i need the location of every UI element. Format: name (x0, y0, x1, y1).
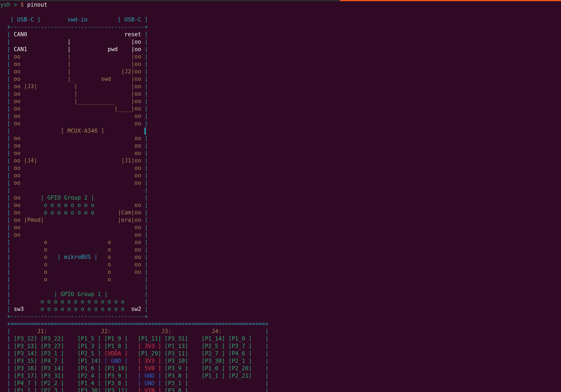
terminal-line: | oo oo | (0, 172, 269, 179)
terminal-line: | oo oo | (0, 142, 269, 149)
terminal-line: | oo oo | (0, 231, 269, 239)
terminal-output[interactable]: ysh > $ pinout [ USB-C ] swd-io [ USB-C … (0, 1, 269, 392)
terminal-line: | o o oo | (0, 239, 269, 246)
terminal-line: | oo |____|oo | (0, 105, 269, 112)
terminal-line: | oo |J3| | |oo | (0, 83, 269, 90)
terminal-line: | [P3_13] [P3_27] [P1_3 ] [P1_8 ] [ 3V3 … (0, 342, 269, 350)
terminal-line: | oo oo | (0, 164, 269, 172)
terminal-line: | CAN0 reset | (0, 31, 269, 38)
notification-accent-bar (340, 0, 561, 1)
terminal-line: | | |oo | (0, 38, 269, 45)
terminal-line: | o o o o o o o o o o o o o | (0, 298, 269, 305)
terminal-line: +---------------------------------------… (0, 23, 269, 31)
terminal-line: | J1: J2: J3: J4: | (0, 328, 269, 335)
terminal-line: ysh > $ pinout (0, 1, 269, 9)
terminal-line: | | GPIO Group 1 | | (0, 290, 269, 298)
terminal-line (0, 9, 269, 16)
terminal-line: | | (0, 283, 269, 290)
terminal-line: | oo oo | (0, 149, 269, 157)
terminal-line: | o o oo | (0, 268, 269, 275)
terminal-line: | [P3_17] [P3_31] [P2_4 ] [P3_9 ] [ GND … (0, 372, 269, 380)
terminal-line: | [P3_16] [P3_14] [P1_6 ] [P3_10] [ 5V0 … (0, 365, 269, 372)
terminal-line: | oo oo | (0, 135, 269, 142)
terminal-line: | o o oo | (0, 246, 269, 253)
terminal-line: | oo | |oo | (0, 90, 269, 97)
terminal-line: +=======================================… (0, 320, 269, 328)
terminal-line: [ USB-C ] swd-io [ USB-C ] (0, 16, 269, 23)
terminal-line: | oo | |J2|oo | (0, 68, 269, 75)
terminal-line: | oo | |oo | (0, 60, 269, 68)
terminal-line: | oo | GPIO Group 2 | | (0, 194, 269, 201)
terminal-line: | | (0, 187, 269, 194)
terminal-line: | oo oo | (0, 120, 269, 127)
terminal-line: | oo |J4| |J1|oo | (0, 157, 269, 164)
terminal-line: | sw3 o o o o o o o o o o o o o sw2 | (0, 305, 269, 313)
terminal-line: | oo |_ swd |oo | (0, 75, 269, 83)
terminal-line: | [P1_1 ] [P2_3 ] [P3_30] [P3_11] [ VIN … (0, 387, 269, 392)
terminal-line: +---------------------------------------… (0, 313, 269, 320)
terminal-line: | [P3_14] [P3_1 ] [P2_5 ] [VDDA ] [P1_29… (0, 350, 269, 357)
terminal-line: | o | mikroBUS | o oo | (0, 253, 269, 261)
terminal-line: | [P3_12] [P3_22] [P1_5 ] [P1_9 ] [P1_11… (0, 335, 269, 342)
terminal-line: | [P4_7 ] [P2_2 ] [P1_4 ] [P3_8 ] [ GND … (0, 380, 269, 387)
terminal-line: | CAN1 | pwd |oo | (0, 45, 269, 53)
terminal-line: | oo |Pmod| |era|oo | (0, 216, 269, 224)
terminal-line: | [ MCUX-A346 ] █ (0, 127, 269, 135)
terminal-line: | o o | (0, 275, 269, 283)
terminal-line: | oo oo | (0, 224, 269, 231)
terminal-line: | oo | |oo | (0, 53, 269, 60)
terminal-line: | oo oo | (0, 179, 269, 187)
terminal-line: | [P3_15] [P4_7 ] [P1_14] [ GND ] [ 3V3 … (0, 357, 269, 365)
terminal-line: | oo o o o o o o o o oo | (0, 201, 269, 209)
terminal-line: | oo oo | (0, 112, 269, 120)
terminal-line: | o o oo | (0, 261, 269, 268)
terminal-line: | oo o o o o o o o o |Cam|oo | (0, 209, 269, 216)
terminal-line: | oo |___________ |oo | (0, 97, 269, 105)
